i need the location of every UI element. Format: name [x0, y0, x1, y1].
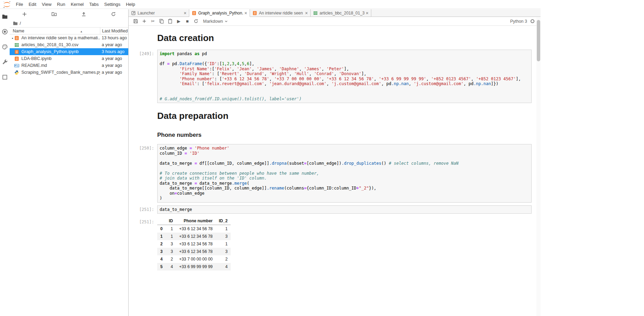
- cell-prompt: [251]:: [129, 216, 157, 271]
- csv-file-icon: [14, 42, 19, 48]
- document-tab[interactable]: Graph_analysis_Python.ipynl×: [189, 9, 250, 17]
- open-tabs-icon[interactable]: [0, 72, 10, 82]
- notebook-toolbar: ✂ ▶ ■ Markdown Python 3: [129, 17, 541, 26]
- file-row[interactable]: LDA-BBC.ipynba year ago: [10, 55, 128, 62]
- markdown-file-icon: [14, 63, 19, 68]
- code-cell[interactable]: [249]:import pandas as pddf = pd.DataFra…: [129, 50, 541, 103]
- code-editor[interactable]: data_to_merge: [157, 205, 532, 214]
- dataframe-output-table: IDPhone numberID_201+33 6 12 34 56 78111…: [157, 217, 231, 271]
- cell-prompt: [250]:: [129, 144, 157, 203]
- file-browser-toolbar: [10, 9, 128, 19]
- restart-kernel-button[interactable]: [192, 17, 200, 26]
- breadcrumb[interactable]: /: [10, 19, 128, 27]
- cell-prompt: [249]:: [129, 50, 157, 103]
- column-header-name[interactable]: Name ▲: [10, 29, 100, 33]
- tab-label: articles_bbc_2018_01_30.csv: [320, 11, 364, 16]
- save-button[interactable]: [131, 17, 140, 26]
- menu-tabs[interactable]: Tabs: [87, 2, 101, 7]
- notebook-tab-icon: [192, 11, 197, 16]
- file-row[interactable]: articles_bbc_2018_01_30.csva year ago: [10, 41, 128, 48]
- breadcrumb-root[interactable]: /: [20, 21, 21, 26]
- menu-edit[interactable]: Edit: [26, 2, 39, 7]
- file-list-header: Name ▲ Last Modified: [10, 27, 128, 34]
- file-name: README.md: [21, 63, 100, 68]
- file-modified: a year ago: [100, 42, 128, 47]
- code-cell[interactable]: [250]:column_edge = 'Phone number'column…: [129, 144, 541, 203]
- tab-close-icon[interactable]: ×: [184, 11, 187, 16]
- table-cell[interactable]: [251]:IDPhone numberID_201+33 6 12 34 56…: [129, 216, 541, 271]
- menu-file[interactable]: File: [13, 2, 26, 7]
- kernel-status-icon[interactable]: [531, 19, 534, 23]
- notebook-file-icon: [14, 56, 19, 61]
- code-line: [160, 91, 529, 96]
- folder-icon: [13, 21, 18, 26]
- interrupt-kernel-button[interactable]: ■: [183, 17, 192, 26]
- property-inspector-wrench-icon[interactable]: [0, 57, 10, 67]
- code-editor[interactable]: import pandas as pddf = pd.DataFrame({'I…: [157, 50, 532, 103]
- file-name: Scraping_SWIFT_codes_Bank_names.py: [21, 70, 100, 75]
- file-row[interactable]: Graph_analysis_Python.ipynb3 hours ago: [10, 48, 128, 55]
- markdown-cell[interactable]: Data preparation: [129, 106, 541, 125]
- document-tab[interactable]: An interview riddle seen by .×: [250, 9, 311, 17]
- copy-cells-button[interactable]: [157, 17, 166, 26]
- new-launcher-button[interactable]: [10, 9, 39, 19]
- code-line: # G.add_nodes_from(df.ID.unique().tolist…: [160, 96, 529, 102]
- document-tab[interactable]: articles_bbc_2018_01_30.csv×: [311, 9, 371, 17]
- file-browser: / Name ▲ Last Modified ●An interview rid…: [10, 9, 129, 316]
- python-file-icon: [14, 70, 19, 75]
- code-line: import pandas as pd: [160, 51, 529, 57]
- file-name: LDA-BBC.ipynb: [21, 56, 100, 61]
- unsaved-dot-indicator: ●: [11, 37, 14, 39]
- markdown-cell[interactable]: Phone numbers: [129, 128, 541, 141]
- notebook-file-icon: [14, 49, 19, 54]
- scrollbar-thumb[interactable]: [537, 20, 540, 61]
- notebook-file-icon: [14, 35, 19, 41]
- code-line: on=column_edge: [160, 191, 529, 196]
- code-line: # join data with itself on the 'ID' colu…: [160, 176, 529, 181]
- code-line: ): [160, 196, 529, 201]
- code-cell[interactable]: [251]:data_to_merge: [129, 205, 541, 214]
- refresh-file-list-button[interactable]: [99, 9, 128, 19]
- tab-close-icon[interactable]: ×: [305, 11, 308, 16]
- column-header-modified[interactable]: Last Modified: [100, 28, 128, 34]
- paste-cells-button[interactable]: [166, 17, 174, 26]
- cut-cells-button[interactable]: ✂: [149, 17, 157, 26]
- notebook-scroll-area: Data creation[249]:import pandas as pddf…: [129, 26, 541, 316]
- file-modified: a year ago: [100, 56, 128, 61]
- cell-prompt: [251]:: [129, 205, 157, 214]
- new-folder-button[interactable]: [39, 9, 69, 19]
- vertical-scrollbar[interactable]: [536, 17, 541, 316]
- code-editor[interactable]: column_edge = 'Phone number'column_ID = …: [157, 144, 532, 203]
- kernel-name[interactable]: Python 3: [510, 19, 527, 24]
- menu-view[interactable]: View: [39, 2, 54, 7]
- markdown-heading: Data preparation: [157, 111, 532, 121]
- file-row[interactable]: README.mda year ago: [10, 62, 128, 69]
- cell-type-dropdown[interactable]: Markdown: [203, 19, 228, 24]
- code-line: data_to_merge = df[[column_ID, column_ed…: [160, 161, 529, 166]
- file-name: articles_bbc_2018_01_30.csv: [21, 42, 100, 47]
- code-line: 'Phone number': ['+33 6 12 34 56 78', '+…: [160, 77, 529, 82]
- running-kernels-icon[interactable]: [0, 27, 10, 37]
- code-line: data_to_merge[[column_ID, column_edge]].…: [160, 186, 529, 191]
- run-cell-button[interactable]: ▶: [174, 17, 183, 26]
- cell-prompt: [129, 128, 157, 141]
- file-browser-icon[interactable]: [0, 11, 10, 22]
- file-modified: 3 hours ago: [100, 49, 128, 54]
- document-tab[interactable]: Launcher×: [129, 9, 189, 17]
- menu-kernel[interactable]: Kernel: [68, 2, 87, 7]
- jupyterlab-app: File Edit View Run Kernel Tabs Settings …: [0, 0, 644, 316]
- tab-close-icon[interactable]: ×: [366, 11, 369, 16]
- markdown-cell[interactable]: Data creation: [129, 28, 541, 47]
- file-row[interactable]: ●An interview riddle seen by a mathemati…: [10, 34, 128, 41]
- code-line: [160, 156, 529, 161]
- menu-settings[interactable]: Settings: [101, 2, 123, 7]
- add-cell-button[interactable]: [140, 17, 149, 26]
- launcher-tab-icon: [131, 11, 136, 16]
- file-name: Graph_analysis_Python.ipynb: [21, 49, 100, 54]
- tab-close-icon[interactable]: ×: [244, 11, 247, 16]
- command-palette-icon[interactable]: [0, 42, 10, 52]
- menu-run[interactable]: Run: [54, 2, 68, 7]
- upload-button[interactable]: [69, 9, 99, 19]
- menu-help[interactable]: Help: [123, 2, 138, 7]
- file-row[interactable]: Scraping_SWIFT_codes_Bank_names.pya year…: [10, 69, 128, 76]
